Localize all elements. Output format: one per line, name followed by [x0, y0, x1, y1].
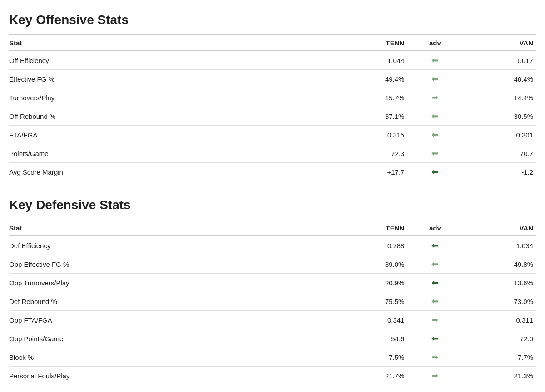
- arrow-left-dark-icon: ⬅: [431, 333, 438, 343]
- tenn-value: 0.315: [331, 126, 407, 144]
- arrow-left-dark-icon: ⬅: [431, 278, 438, 288]
- arrow-right-light-icon: ➡: [431, 352, 438, 362]
- tenn-value: 39.0%: [331, 255, 407, 274]
- van-value: 49.8%: [466, 255, 536, 274]
- van-value: 7.7%: [466, 348, 536, 367]
- table-row: Off Rebound %37.1%⬅30.5%: [9, 107, 536, 126]
- table-row: Effective FG %49.4%⬅48.4%: [9, 70, 536, 88]
- van-value: 13.6%: [466, 274, 536, 292]
- arrow-right-light-icon: ➡: [431, 93, 438, 103]
- tenn-value: 20.9%: [331, 274, 407, 292]
- stat-label: Effective FG %: [9, 70, 331, 88]
- table-row: Opp Turnovers/Play20.9%⬅13.6%: [9, 274, 536, 292]
- tenn-value: 72.3: [331, 144, 407, 163]
- offensive-stats-table: Stat TENN adv VAN Off Efficiency1.044⬅1.…: [9, 34, 536, 181]
- table-row: Personal Fouls/Play21.7%➡21.3%: [9, 367, 536, 385]
- adv-arrow: ⬅: [407, 236, 466, 255]
- arrow-left-light-icon: ⬅: [431, 74, 438, 84]
- arrow-right-light-icon: ➡: [431, 371, 438, 381]
- table-row: Opp Points/Game54.6⬅72.0: [9, 329, 536, 348]
- stat-label: Def Efficiency: [9, 236, 331, 255]
- stat-label: Turnovers/Play: [9, 88, 331, 107]
- def-header-tenn: TENN: [331, 220, 407, 236]
- adv-arrow: ⬅: [407, 70, 466, 88]
- off-header-van: VAN: [466, 35, 536, 51]
- van-value: 0.301: [466, 126, 536, 144]
- adv-arrow: ⬅: [407, 51, 466, 70]
- table-row: Turnovers/Play15.7%➡14.4%: [9, 88, 536, 107]
- adv-arrow: ⬅: [407, 329, 466, 348]
- van-value: 70.7: [466, 144, 536, 163]
- adv-arrow: ➡: [407, 311, 466, 329]
- stat-label: Block %: [9, 348, 331, 367]
- tenn-value: +17.7: [331, 163, 407, 181]
- def-header-stat: Stat: [9, 220, 331, 236]
- adv-arrow: ⬅: [407, 255, 466, 274]
- arrow-left-light-icon: ⬅: [431, 148, 438, 158]
- stat-label: Opp Effective FG %: [9, 255, 331, 274]
- stat-label: Off Rebound %: [9, 107, 331, 126]
- arrow-left-light-icon: ⬅: [431, 130, 438, 140]
- tenn-value: 0.341: [331, 311, 407, 329]
- arrow-left-light-icon: ⬅: [431, 259, 438, 269]
- table-row: Opp FTA/FGA0.341➡0.311: [9, 311, 536, 329]
- table-row: Points/Game72.3⬅70.7: [9, 144, 536, 163]
- table-row: FTA/FGA0.315⬅0.301: [9, 126, 536, 144]
- arrow-right-light-icon: ➡: [431, 315, 438, 325]
- table-row: Opp Effective FG %39.0%⬅49.8%: [9, 255, 536, 274]
- tenn-value: 75.5%: [331, 292, 407, 311]
- stat-label: Opp Turnovers/Play: [9, 274, 331, 292]
- off-header-tenn: TENN: [331, 35, 407, 51]
- off-header-adv: adv: [407, 35, 466, 51]
- stat-label: Opp Points/Game: [9, 329, 331, 348]
- tenn-value: 0.788: [331, 236, 407, 255]
- table-row: Off Efficiency1.044⬅1.017: [9, 51, 536, 70]
- van-value: 21.3%: [466, 367, 536, 385]
- stat-label: Avg Score Margin: [9, 163, 331, 181]
- arrow-left-light-icon: ⬅: [431, 55, 438, 65]
- stat-label: Personal Fouls/Play: [9, 367, 331, 385]
- table-row: Def Efficiency0.788⬅1.034: [9, 236, 536, 255]
- tenn-value: 37.1%: [331, 107, 407, 126]
- adv-arrow: ➡: [407, 88, 466, 107]
- van-value: 0.311: [466, 311, 536, 329]
- arrow-left-light-icon: ⬅: [431, 111, 438, 121]
- tenn-value: 54.6: [331, 329, 407, 348]
- table-row: Avg Score Margin+17.7⬅-1.2: [9, 163, 536, 181]
- adv-arrow: ➡: [407, 348, 466, 367]
- adv-arrow: ⬅: [407, 163, 466, 181]
- van-value: 72.0: [466, 329, 536, 348]
- tenn-value: 7.5%: [331, 348, 407, 367]
- stat-label: Opp FTA/FGA: [9, 311, 331, 329]
- adv-arrow: ➡: [407, 367, 466, 385]
- adv-arrow: ⬅: [407, 144, 466, 163]
- tenn-value: 49.4%: [331, 70, 407, 88]
- stat-label: Def Rebound %: [9, 292, 331, 311]
- van-value: 48.4%: [466, 70, 536, 88]
- adv-arrow: ⬅: [407, 292, 466, 311]
- arrow-left-dark-icon: ⬅: [431, 240, 438, 250]
- arrow-left-light-icon: ⬅: [431, 296, 438, 306]
- van-value: 14.4%: [466, 88, 536, 107]
- van-value: 30.5%: [466, 107, 536, 126]
- stat-label: FTA/FGA: [9, 126, 331, 144]
- adv-arrow: ⬅: [407, 274, 466, 292]
- offensive-title: Key Offensive Stats: [9, 13, 536, 27]
- van-value: 1.034: [466, 236, 536, 255]
- table-row: Block %7.5%➡7.7%: [9, 348, 536, 367]
- tenn-value: 21.7%: [331, 367, 407, 385]
- table-row: Def Rebound %75.5%⬅73.0%: [9, 292, 536, 311]
- arrow-left-dark-icon: ⬅: [431, 167, 438, 177]
- stat-label: Points/Game: [9, 144, 331, 163]
- stat-label: Off Efficiency: [9, 51, 331, 70]
- off-header-stat: Stat: [9, 35, 331, 51]
- van-value: 1.017: [466, 51, 536, 70]
- van-value: 73.0%: [466, 292, 536, 311]
- adv-arrow: ⬅: [407, 126, 466, 144]
- def-header-van: VAN: [466, 220, 536, 236]
- van-value: -1.2: [466, 163, 536, 181]
- tenn-value: 15.7%: [331, 88, 407, 107]
- tenn-value: 1.044: [331, 51, 407, 70]
- defensive-stats-table: Stat TENN adv VAN Def Efficiency0.788⬅1.…: [9, 220, 536, 385]
- defensive-title: Key Defensive Stats: [9, 198, 536, 212]
